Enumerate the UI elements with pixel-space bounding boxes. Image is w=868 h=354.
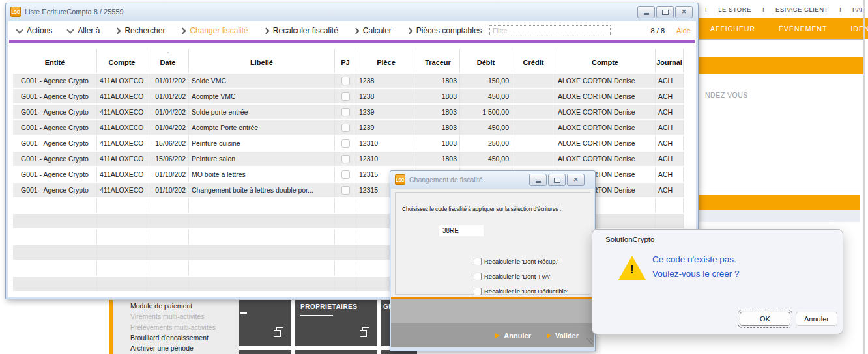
column-header-compte-1[interactable]: Compte [97,49,147,72]
column-label: Entité [45,59,65,66]
toolbar-item-changer-fiscalit[interactable]: Changer fiscalité [181,26,248,35]
pj-checkbox[interactable] [341,77,350,85]
resize-grip[interactable] [586,338,593,346]
checkbox-recalculer-le-dont-tva[interactable] [474,273,482,280]
close-icon [682,9,687,15]
dashboard-tile-row2 [239,350,291,354]
cell-piece: 1239 [356,120,416,135]
cell-pj [335,74,356,88]
table-row[interactable]: G001 - Agence Crypto411ALOXECO01/04/202A… [13,120,684,136]
table-row[interactable]: G001 - Agence Crypto411ALOXECO01/04/202S… [13,105,684,120]
restore-button[interactable] [656,6,674,18]
fiscal-dialog-body: Choisissez le code fiscalité à appliquer… [391,189,594,297]
message-line: Voulez-vous le créer ? [652,269,740,279]
cell-date: 15/06/202 [147,136,189,150]
pj-checkbox[interactable] [341,139,350,148]
cell-date: 01/10/202 [147,167,189,182]
column-label: Traceur [425,59,451,66]
menu-item-module-de-paiement[interactable]: Module de paiement [113,301,239,311]
chevron-down-icon [67,26,74,33]
column-header-compte-9[interactable]: Compte [555,49,656,72]
cell-credit [512,136,555,150]
annuler-button[interactable]: Annuler [495,332,531,340]
pj-checkbox[interactable] [341,186,350,195]
column-label: Date [160,59,176,66]
pj-checkbox[interactable] [341,124,350,132]
table-row[interactable]: G001 - Agence Crypto411ALOXECO15/06/202P… [13,136,684,152]
fiscal-code-prompt: Choisissez le code fiscalité à appliquer… [402,206,590,212]
column-header-libell-3[interactable]: Libellé [189,49,335,72]
cell-libelle [189,198,335,213]
table-header: EntitéCompteˆDateLibelléPJPièceTraceurDé… [13,49,684,72]
list-window-titlebar[interactable]: LSC Liste EcritureCompta 8 / 25559 [6,3,698,20]
dashboard-tile[interactable] [239,300,291,346]
minimize-button[interactable] [529,174,547,186]
minimize-button[interactable] [637,6,655,18]
pj-checkbox[interactable] [341,155,350,163]
cell-compte2: ALOXE CORTON Denise [555,105,656,119]
cell-debit: 250,00 [460,136,512,150]
separator: I [705,6,707,13]
menu-item-brouillard-d-encaissement[interactable]: Brouillard d'encaissement [113,333,239,343]
column-header-pj-4[interactable]: PJ [335,49,356,72]
column-header-cr-dit-8[interactable]: Crédit [512,49,555,72]
cell-entite [13,245,97,260]
dialog-title: Changement de fiscalité [409,176,483,184]
nav-item-v-nement[interactable]: ÉVÉNEMENT [779,25,827,33]
cell-date [147,214,189,228]
chevron-right-icon [115,28,121,34]
toolbar-item-rechercher[interactable]: Rechercher [115,26,165,35]
valider-button[interactable]: Valider [547,332,579,340]
toolbar-item-actions[interactable]: Actions [17,26,52,35]
cell-credit [512,152,555,166]
nav-item-identi[interactable]: IDENTI [850,25,868,33]
pj-checkbox[interactable] [341,108,350,116]
minimize-icon [644,13,649,15]
toolbar-item-calculer[interactable]: Calculer [354,26,392,35]
column-label: PJ [341,59,349,66]
checkbox-recalculer-le-dont-r-cup[interactable] [474,258,482,266]
checkbox-recalculer-le-dont-d-ductible[interactable] [474,288,482,295]
help-link[interactable]: Aide [676,27,691,34]
light-strip [695,210,860,222]
toolbar-item-aller[interactable]: Aller à [68,26,100,35]
column-header-traceur-6[interactable]: Traceur [416,49,460,72]
restore-icon [554,178,560,183]
column-header-d-bit-7[interactable]: Débit [460,49,512,72]
table-row[interactable]: G001 - Agence Crypto411ALOXECO15/06/202P… [13,152,684,167]
cancel-button[interactable]: Annuler [796,312,837,326]
cell-piece: 1238 [356,74,416,88]
column-header-journal-10[interactable]: Journal [656,49,684,72]
site-link-le-store[interactable]: LE STORE [718,6,751,13]
site-link-espace-client[interactable]: ESPACE CLIENT [775,6,828,13]
nav-item-afficheur[interactable]: AFFICHEUR [710,25,755,33]
pj-checkbox[interactable] [341,170,350,179]
column-header-pi-ce-5[interactable]: Pièce [356,49,416,72]
cell-date: 01/10/202 [147,183,189,197]
recalc-options: Recalculer le 'Dont Récup.'Recalculer le… [474,254,568,299]
column-header-entit-0[interactable]: Entité [13,49,97,72]
pj-checkbox[interactable] [341,92,350,101]
toolbar-item-pi-ces-comptables[interactable]: Pièces comptables [407,26,482,35]
column-header-date-2[interactable]: ˆDate [147,49,189,72]
ok-button[interactable]: OK [740,312,790,326]
recalc-option: Recalculer le 'Dont TVA' [474,269,568,284]
fiscal-code-input[interactable] [439,225,484,236]
close-button[interactable] [567,174,585,186]
close-button[interactable] [675,6,693,18]
table-row[interactable]: G001 - Agence Crypto411ALOXECO01/01/202S… [13,74,684,89]
cell-journal: ACH [656,183,684,197]
toolbar-item-recalculer-fiscalit[interactable]: Recalculer fiscalité [264,26,338,35]
restore-button[interactable] [548,174,566,186]
dashboard-tile-proprietaires[interactable]: PROPRIETAIRES [295,300,377,346]
cell-journal: ACH [656,120,684,135]
filter-input[interactable] [489,25,611,36]
cell-journal: ACH [656,152,684,166]
toolbar-label: Pièces comptables [416,26,482,35]
table-row[interactable]: G001 - Agence Crypto411ALOXECO01/01/202A… [13,89,684,105]
cell-entite [13,230,97,244]
cell-pj [335,89,356,103]
menu-item-archiver-une-p-riode[interactable]: Archiver une période [113,343,239,353]
fiscal-dialog-titlebar[interactable]: LSC Changement de fiscalité [390,171,595,188]
separator: I [762,6,764,13]
